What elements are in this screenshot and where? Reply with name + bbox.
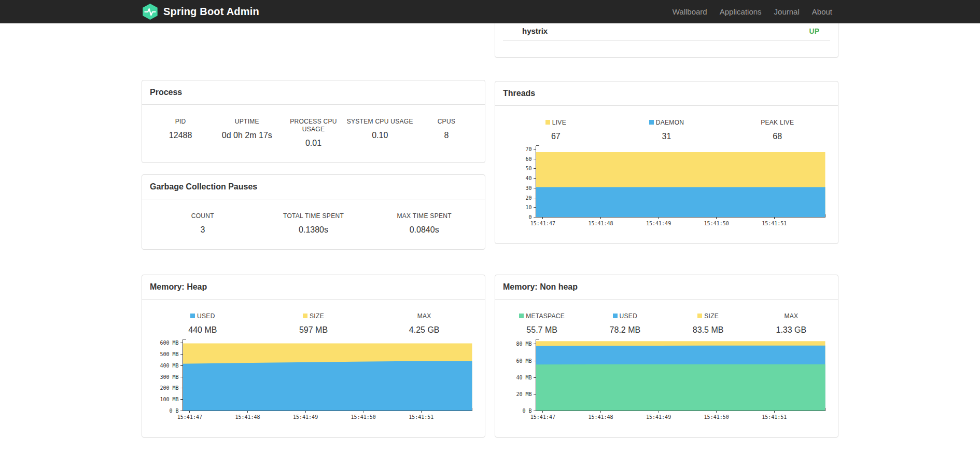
svg-text:20 MB: 20 MB [516,391,531,397]
threads-panel-title: Threads [495,81,838,106]
svg-text:15:41:50: 15:41:50 [704,221,729,226]
stat-process-cpu-usage: PROCESS CPU USAGE 0.01 [280,118,346,148]
svg-text:20: 20 [525,195,531,201]
application-status-badge: UP [809,27,819,35]
navbar-menu: Wallboard Applications Journal About [666,0,838,23]
svg-text:15:41:47: 15:41:47 [530,414,555,420]
svg-text:300 MB: 300 MB [160,374,178,380]
applications-panel-partial: hystrix UP [495,23,838,58]
svg-text:100 MB: 100 MB [160,397,178,402]
process-stats: PID 12488 UPTIME 0d 0h 2m 17s PROCESS CP… [142,105,485,162]
svg-text:15:41:48: 15:41:48 [235,414,260,420]
memory-heap-panel: Memory: Heap USED 440 MB SIZE 597 MB MAX… [142,275,485,438]
svg-text:15:41:49: 15:41:49 [646,221,671,226]
stat-gc-count: COUNT 3 [147,212,258,235]
heap-column: Memory: Heap USED 440 MB SIZE 597 MB MAX… [142,275,485,438]
heap-panel-title: Memory: Heap [142,275,485,299]
svg-text:600 MB: 600 MB [160,340,178,346]
nonheap-column: Memory: Non heap METASPACE 55.7 MB USED … [495,275,838,438]
gc-pauses-panel: Garbage Collection Pauses COUNT 3 TOTAL … [142,174,485,250]
svg-text:0: 0 [528,214,531,220]
legend-swatch-live [545,120,550,125]
svg-text:15:41:50: 15:41:50 [351,414,376,420]
legend-swatch-heap-used [190,314,195,318]
stat-pid: PID 12488 [147,118,214,148]
svg-text:15:41:47: 15:41:47 [177,414,202,420]
nonheap-chart: 0 B20 MB40 MB60 MB80 MB15:41:4715:41:481… [495,335,838,437]
svg-text:10: 10 [525,205,531,210]
svg-text:15:41:48: 15:41:48 [588,221,613,226]
brand-link[interactable]: Spring Boot Admin [142,3,259,20]
threads-panel: Threads LIVE 67 DAEMON 31 PEAK LIVE 68 [495,81,838,244]
stat-gc-total-time: TOTAL TIME SPENT 0.1380s [258,212,369,235]
stat-system-cpu-usage: SYSTEM CPU USAGE 0.10 [347,118,413,148]
svg-text:15:41:49: 15:41:49 [293,414,318,420]
legend-item-heap-max: MAX 4.25 GB [369,312,480,335]
svg-text:60 MB: 60 MB [516,358,531,364]
svg-text:500 MB: 500 MB [160,351,178,357]
svg-text:60: 60 [525,156,531,162]
application-name-link[interactable]: hystrix [522,26,548,35]
nonheap-panel-title: Memory: Non heap [495,275,838,299]
navbar: Spring Boot Admin Wallboard Applications… [0,0,980,23]
svg-text:15:41:51: 15:41:51 [762,414,787,420]
threads-legend: LIVE 67 DAEMON 31 PEAK LIVE 68 [495,106,838,141]
legend-item-nonheap-used: USED 78.2 MB [583,312,666,335]
spring-boot-admin-logo-icon [142,3,159,20]
legend-swatch-heap-size [303,314,307,318]
process-panel: Process PID 12488 UPTIME 0d 0h 2m 17s PR… [142,80,485,163]
main-content: Process PID 12488 UPTIME 0d 0h 2m 17s PR… [134,0,846,438]
nav-item-journal[interactable]: Journal [768,0,806,23]
svg-text:40 MB: 40 MB [516,375,531,380]
svg-text:200 MB: 200 MB [160,385,178,391]
svg-text:0 B: 0 B [169,408,178,414]
gc-stats: COUNT 3 TOTAL TIME SPENT 0.1380s MAX TIM… [142,199,485,249]
brand-title: Spring Boot Admin [163,6,259,18]
svg-text:15:41:51: 15:41:51 [409,414,433,420]
svg-text:30: 30 [525,185,531,191]
svg-text:15:41:48: 15:41:48 [588,414,613,420]
legend-swatch-nonheap-size [697,314,702,318]
right-column: hystrix UP Threads LIVE 67 DAEMON 31 [495,23,838,250]
legend-item-heap-used: USED 440 MB [147,312,258,335]
legend-item-daemon: DAEMON 31 [611,119,722,141]
svg-text:15:41:49: 15:41:49 [646,414,671,420]
legend-item-live: LIVE 67 [500,119,611,141]
svg-text:15:41:50: 15:41:50 [704,414,729,420]
svg-text:50: 50 [525,166,531,171]
svg-text:80 MB: 80 MB [516,341,531,347]
legend-item-heap-size: SIZE 597 MB [258,312,369,335]
nav-item-applications[interactable]: Applications [713,0,768,23]
heap-chart: 0 B100 MB200 MB300 MB400 MB500 MB600 MB1… [142,335,485,437]
svg-text:70: 70 [525,146,531,152]
legend-item-nonheap-max: MAX 1.33 GB [750,312,833,335]
memory-nonheap-panel: Memory: Non heap METASPACE 55.7 MB USED … [495,275,838,438]
legend-swatch-daemon [649,120,654,125]
stat-uptime: UPTIME 0d 0h 2m 17s [214,118,280,148]
threads-chart: 01020304050607015:41:4715:41:4815:41:491… [495,141,838,243]
legend-item-nonheap-size: SIZE 83.5 MB [667,312,750,335]
nav-item-wallboard[interactable]: Wallboard [666,0,713,23]
svg-text:15:41:47: 15:41:47 [530,221,555,226]
svg-text:0 B: 0 B [522,408,531,414]
svg-text:40: 40 [525,175,531,181]
application-row: hystrix UP [503,23,830,40]
left-column: Process PID 12488 UPTIME 0d 0h 2m 17s PR… [142,23,485,250]
heap-legend: USED 440 MB SIZE 597 MB MAX 4.25 GB [142,299,485,335]
legend-item-metaspace: METASPACE 55.7 MB [500,312,583,335]
nav-item-about[interactable]: About [806,0,838,23]
process-panel-title: Process [142,80,485,105]
nonheap-legend: METASPACE 55.7 MB USED 78.2 MB SIZE 83.5… [495,299,838,335]
svg-text:400 MB: 400 MB [160,363,178,369]
applications-panel-tail [495,40,838,57]
gc-panel-title: Garbage Collection Pauses [142,175,485,199]
svg-text:15:41:51: 15:41:51 [762,221,787,226]
stat-gc-max-time: MAX TIME SPENT 0.0840s [369,212,480,235]
stat-cpus: CPUS 8 [413,118,480,148]
legend-swatch-metaspace [519,314,524,318]
legend-swatch-nonheap-used [613,314,618,318]
legend-item-peak-live: PEAK LIVE 68 [722,119,833,141]
